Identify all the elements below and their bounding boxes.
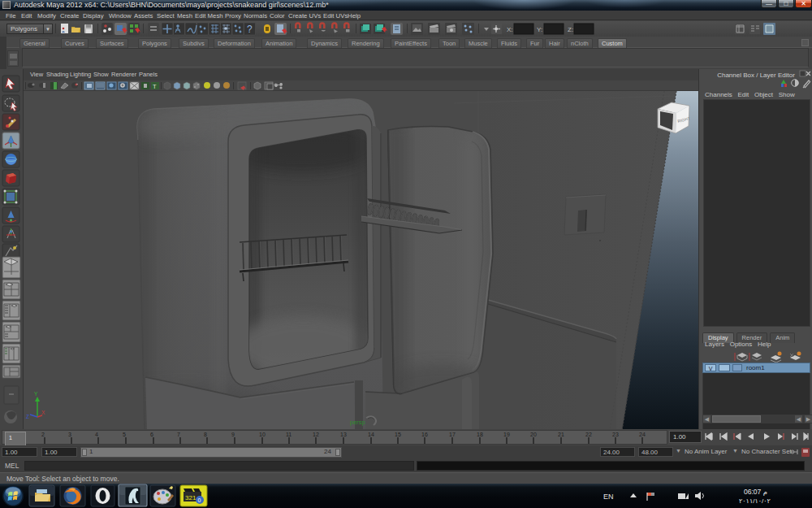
svg-text:?: ? xyxy=(247,24,253,35)
svg-text:4: 4 xyxy=(95,432,98,437)
svg-text:06:07 م: 06:07 م xyxy=(744,488,767,496)
svg-text:19: 19 xyxy=(503,432,510,437)
svg-text:5: 5 xyxy=(123,432,126,437)
svg-text:persp: persp xyxy=(350,419,365,426)
svg-text:13: 13 xyxy=(340,432,347,437)
svg-text:T: T xyxy=(153,83,157,90)
svg-text:Y:: Y: xyxy=(537,26,542,33)
svg-text:15: 15 xyxy=(395,432,401,437)
svg-text:6: 6 xyxy=(150,432,153,437)
svg-text:321: 321 xyxy=(185,494,197,501)
svg-text:9: 9 xyxy=(231,432,235,437)
svg-text:12: 12 xyxy=(313,432,319,437)
svg-text:24: 24 xyxy=(639,432,646,437)
svg-text:20: 20 xyxy=(530,432,537,437)
svg-text:3: 3 xyxy=(68,432,71,437)
svg-text:0: 0 xyxy=(198,497,201,503)
svg-text:7: 7 xyxy=(177,432,180,437)
svg-text:17: 17 xyxy=(449,432,456,437)
svg-text:٢٠١١/١٠/٠٢: ٢٠١١/١٠/٠٢ xyxy=(739,497,771,505)
svg-text:11: 11 xyxy=(286,432,292,437)
svg-text:18: 18 xyxy=(477,432,483,437)
svg-text:23: 23 xyxy=(612,432,619,437)
svg-text:8: 8 xyxy=(204,432,207,437)
svg-text:10: 10 xyxy=(259,432,266,437)
svg-text:Z: Z xyxy=(26,414,29,419)
svg-text:2: 2 xyxy=(41,432,45,437)
svg-text:Y: Y xyxy=(34,391,38,397)
svg-text:14: 14 xyxy=(368,432,374,437)
svg-text:X: X xyxy=(41,410,45,415)
svg-text:22: 22 xyxy=(585,432,592,437)
svg-text:Z:: Z: xyxy=(568,26,573,33)
svg-text:X:: X: xyxy=(507,26,513,33)
svg-text:16: 16 xyxy=(421,432,428,437)
svg-text:21: 21 xyxy=(558,432,564,437)
svg-text:EN: EN xyxy=(603,493,614,501)
